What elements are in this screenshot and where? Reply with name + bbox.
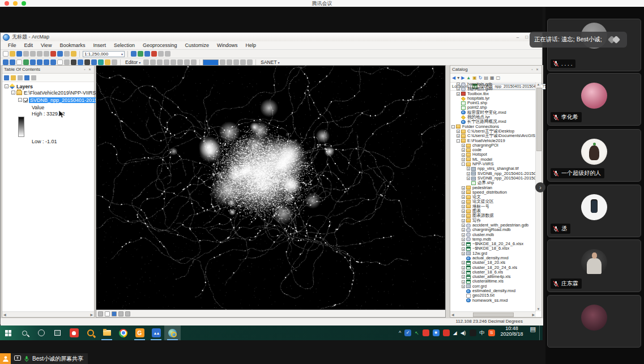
catalog-item[interactable]: +写作 — [450, 219, 535, 223]
participant-tile[interactable] — [547, 295, 641, 348]
participant-tile[interactable]: 一个超级好的人 — [547, 129, 641, 182]
catalog-item[interactable]: +图表 — [450, 209, 535, 213]
refresh-icon[interactable]: ↻ — [479, 76, 483, 80]
fixed-zoom-out-icon[interactable] — [37, 59, 42, 65]
taskbar-search[interactable] — [16, 326, 33, 340]
ime-lang-icon[interactable]: 中 — [480, 329, 485, 336]
expander-icon[interactable]: + — [462, 280, 465, 284]
catalog-item[interactable]: +cluster_18_20.xls — [450, 260, 535, 265]
close-icon[interactable] — [87, 67, 92, 71]
catalog-item[interactable]: +~$NKDE_18_20_24_6.xlsx — [450, 242, 535, 246]
expander-icon[interactable]: + — [457, 134, 460, 138]
symbol-color-swatch[interactable] — [203, 59, 219, 66]
contents-view-icon[interactable]: ▤ — [484, 76, 489, 80]
catalog-item[interactable]: +speed_distribution — [450, 190, 535, 195]
pin-icon[interactable] — [82, 67, 87, 71]
catalog-item[interactable]: +actual_density.mxd — [450, 256, 535, 260]
lock-labels-icon[interactable] — [247, 59, 253, 65]
delete-icon[interactable] — [50, 51, 56, 57]
expander-icon[interactable]: + — [462, 144, 465, 147]
taskbar-clock[interactable]: 10:48 2020/8/18 — [497, 326, 527, 340]
expander-icon[interactable]: + — [462, 214, 465, 217]
scroll-left-icon[interactable]: ◀ — [451, 312, 454, 316]
expander-icon[interactable]: + — [462, 275, 465, 279]
expander-icon[interactable]: + — [457, 87, 460, 91]
endpoint-arc-icon[interactable] — [164, 59, 169, 65]
straight-segment-icon[interactable] — [157, 59, 163, 65]
expander-icon[interactable]: - — [451, 125, 455, 129]
list-by-drawing-order-icon[interactable] — [4, 75, 9, 80]
undo-icon[interactable] — [57, 51, 63, 57]
up-one-level-icon[interactable]: ▲ — [466, 76, 471, 80]
hyperlink-icon[interactable] — [105, 59, 110, 65]
expander-icon[interactable]: + — [457, 130, 460, 133]
reshape-icon[interactable] — [191, 59, 197, 65]
tim-icon[interactable] — [423, 329, 429, 336]
catalog-item[interactable]: +长宁区路网概况.mxd — [450, 119, 535, 124]
trace-icon[interactable] — [170, 59, 176, 65]
catalog-item[interactable]: +图表源数据 — [450, 213, 535, 218]
previous-extent-small-icon[interactable] — [125, 311, 130, 316]
catalog-item[interactable]: +边界.shp — [450, 181, 535, 185]
menu-geoprocessing[interactable]: Geoprocessing — [139, 41, 181, 49]
catalog-item[interactable]: +chargningPOI — [450, 143, 535, 148]
options-window-icon[interactable]: ▢ — [496, 76, 501, 80]
model-builder-icon[interactable] — [165, 51, 170, 57]
expander-icon[interactable]: + — [462, 228, 465, 232]
new-document-icon[interactable] — [3, 51, 8, 57]
catalog-item[interactable]: +geo2015.txt — [450, 293, 535, 298]
expander-icon[interactable]: + — [467, 172, 470, 175]
toc-layers-root[interactable]: - Layers — [2, 83, 94, 89]
paste-icon[interactable] — [44, 51, 49, 57]
edit-vertices-icon[interactable] — [184, 59, 190, 65]
edit-annotation-icon[interactable] — [150, 59, 156, 65]
minimize-button[interactable] — [514, 34, 522, 40]
save-icon[interactable] — [16, 51, 22, 57]
hidden-icons-chevron-icon[interactable]: ^ — [399, 329, 401, 336]
participants-icon[interactable] — [0, 353, 11, 364]
options-icon[interactable] — [31, 75, 36, 80]
ime-dark-icon[interactable] — [470, 329, 476, 336]
catalog-item[interactable]: +C:\Users\王宁诚\Documents\ArcGIS — [450, 134, 535, 138]
attributes-icon[interactable] — [220, 59, 225, 65]
cut-icon[interactable] — [30, 51, 36, 57]
expander-icon[interactable]: + — [462, 195, 465, 199]
expander-icon[interactable]: + — [467, 167, 470, 170]
taskbar-cortana[interactable] — [33, 326, 49, 340]
catalog-item[interactable]: +论文提交区 — [450, 199, 535, 204]
go-to-xy-icon[interactable] — [91, 59, 97, 65]
expander-icon[interactable]: + — [462, 200, 465, 204]
expander-icon[interactable]: + — [462, 261, 465, 264]
expander-icon[interactable]: + — [462, 153, 465, 157]
taskbar-file-explorer[interactable] — [99, 326, 115, 340]
table-of-contents-icon[interactable] — [131, 51, 137, 57]
connect-to-folder-icon[interactable]: ▣ — [472, 76, 477, 80]
participant-tile[interactable]: 丞 — [547, 185, 641, 237]
show-desktop-button[interactable] — [539, 326, 543, 340]
label-manager-icon[interactable] — [240, 59, 246, 65]
go-back-extent-icon[interactable] — [44, 59, 49, 65]
catalog-item[interactable]: +temp.mdb — [450, 237, 535, 242]
collapse-icon[interactable]: - — [18, 98, 22, 102]
layer-visibility-checkbox[interactable] — [23, 98, 28, 102]
menu-selection[interactable]: Selection — [110, 41, 139, 49]
catalog-item[interactable]: +论文 — [450, 195, 535, 199]
catalog-item[interactable]: +ML_model — [450, 157, 535, 162]
catalog-item[interactable]: +C:\Users\王宁诚\Desktop — [450, 129, 535, 134]
scroll-right-icon[interactable]: ▶ — [90, 312, 93, 316]
taskbar-task-view[interactable] — [49, 326, 66, 340]
red-app-icon[interactable] — [443, 329, 450, 336]
go-forward-extent-icon[interactable] — [50, 59, 56, 65]
participant-tile[interactable]: 李化希 — [547, 73, 641, 126]
catalog-item[interactable]: +accident_with_pedestrian.gdb — [450, 223, 535, 228]
taskbar-arcmap[interactable] — [164, 326, 181, 340]
catalog-item[interactable]: +塔标一号 — [450, 204, 535, 209]
scroll-up-icon[interactable]: ▲ — [537, 83, 540, 86]
tree-view-icon[interactable]: ▦ — [490, 76, 494, 80]
print-icon[interactable] — [23, 51, 29, 57]
menu-file[interactable]: File — [4, 41, 20, 49]
select-elements-icon[interactable] — [71, 59, 76, 65]
toc-horizontal-scrollbar[interactable]: ◀ ▶ — [2, 311, 94, 317]
layout-view-icon[interactable] — [105, 311, 110, 316]
menu-help[interactable]: Help — [242, 41, 261, 49]
